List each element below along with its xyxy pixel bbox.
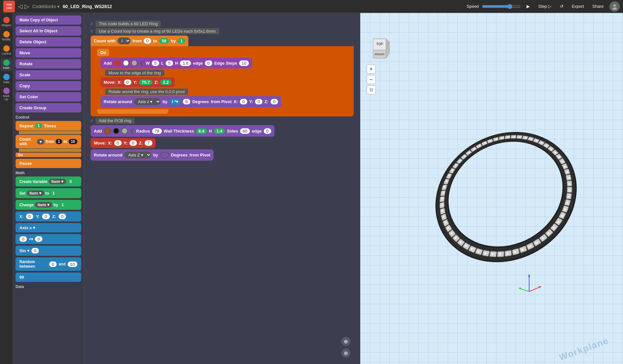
- math-section-title: Math: [16, 171, 81, 175]
- xyz-block[interactable]: X: 0 Y: 0 Z: 0: [16, 211, 81, 221]
- move2-block[interactable]: Move: X:0 Y:0 Z:7: [91, 138, 156, 148]
- share-button[interactable]: Share: [590, 3, 606, 10]
- add-led-block[interactable]: Add ❮ W 5 L 5 H 1.6 edge: [100, 58, 252, 69]
- app-title[interactable]: Codeblocks ▾: [32, 4, 60, 9]
- set-item-block[interactable]: Set Item ▾ to 1: [16, 188, 81, 198]
- create-group-block[interactable]: Create Group: [16, 103, 81, 112]
- comment-2: // Use a Count loop to create a ring of …: [91, 28, 354, 34]
- delete-object-block[interactable]: Delete Object: [16, 37, 81, 47]
- step-button[interactable]: Step ▷: [536, 3, 554, 10]
- svg-line-135: [519, 288, 529, 292]
- set-color-block[interactable]: Set Color: [16, 92, 81, 102]
- file-title: 60_LED_Ring_WS2812: [63, 4, 112, 9]
- sidebar-item-shapes[interactable]: Shapes: [1, 16, 12, 28]
- sin-block[interactable]: Sin ▾ 0: [16, 246, 81, 256]
- control-section-title: Control: [16, 115, 81, 120]
- axis-origin: [516, 272, 542, 299]
- svg-point-0: [613, 4, 616, 7]
- count-body: Do Add ❮ W 5 L 5: [91, 46, 354, 116]
- sidebar-item-control[interactable]: Control: [1, 44, 12, 57]
- count-block-palette[interactable]: Count with ▾ from 1 to 10: [16, 135, 81, 148]
- icon-sidebar: Shapes Modify Control Math Data Mark Up: [0, 13, 13, 364]
- sidebar-item-data[interactable]: Data: [1, 72, 12, 85]
- rotate2-block[interactable]: Rotate around Axis Z ▾ by Degrees from P…: [91, 149, 214, 161]
- rotate-axis-select[interactable]: Axis z ▾: [134, 98, 161, 105]
- comment-rotate: // Rotate arond the ring, use the 0,0,0 …: [100, 89, 351, 95]
- sidebar-item-modify[interactable]: Modify: [1, 30, 12, 43]
- data-section-title: Data: [16, 284, 81, 289]
- led-ring: [360, 13, 623, 364]
- topbar: TINKCAD ◁ ▷ Codeblocks ▾ 60_LED_Ring_WS2…: [0, 0, 623, 13]
- repeat-block[interactable]: Repeat 1 Times: [16, 121, 81, 131]
- count-with-block[interactable]: Count with I from 0 to 59 by 1: [91, 36, 188, 46]
- comment-move-edge: // Move to the edge of the ring: [100, 70, 351, 76]
- block-palette: Make Copy of Object Select All In Object…: [13, 13, 84, 364]
- svg-line-133: [529, 287, 540, 292]
- count-variable-select[interactable]: I: [117, 37, 130, 44]
- sidebar-item-markup[interactable]: Mark Up: [1, 86, 12, 102]
- forward-button[interactable]: ▷: [25, 3, 29, 10]
- axis-x-block[interactable]: Axis x ▾: [16, 223, 81, 232]
- change-item-block[interactable]: Change Item ▾ by 1: [16, 200, 81, 210]
- make-copy-block[interactable]: Make Copy of Object: [16, 16, 81, 25]
- logo-icon: TINKCAD: [3, 1, 15, 12]
- speed-slider[interactable]: [482, 4, 521, 9]
- speed-label: Speed: [467, 4, 479, 9]
- viewport[interactable]: TOP FRONT + − ⊡: [360, 13, 623, 364]
- export-button[interactable]: Export: [569, 3, 587, 10]
- do-block: Do: [97, 49, 109, 56]
- rotate-block-palette[interactable]: Rotate: [16, 59, 81, 69]
- move-block[interactable]: Move: X: 0 Y: 75.7 Z: 2.2: [100, 77, 175, 87]
- code-area[interactable]: // This code builds a 60 LED Ring // Use…: [84, 13, 360, 364]
- count-with-container: Count with I from 0 to 59 by 1 Do Add: [91, 36, 354, 116]
- sidebar-item-math[interactable]: Math: [1, 58, 12, 71]
- math-op-block[interactable]: 0 +▾ 0: [16, 234, 81, 244]
- add-pcb-block[interactable]: Add ❮ Radius 79 Wall Thickness 6.4 H 1.4…: [91, 125, 274, 137]
- scale-block-palette[interactable]: Scale: [16, 70, 81, 80]
- rotate2-axis-select[interactable]: Axis Z ▾: [124, 152, 151, 158]
- comment-1: // This code builds a 60 LED Ring: [91, 21, 354, 27]
- svg-marker-134: [539, 286, 541, 288]
- random-block[interactable]: Random between 0 and 10: [16, 257, 81, 271]
- svg-point-1: [612, 7, 617, 10]
- number-90-block[interactable]: 90: [16, 273, 81, 282]
- main-layout: Shapes Modify Control Math Data Mark Up …: [0, 13, 623, 364]
- move-block-palette[interactable]: Move: [16, 48, 81, 58]
- play-button[interactable]: ▶: [524, 3, 532, 10]
- pause-block-palette[interactable]: Pause: [16, 159, 81, 168]
- user-avatar: [609, 1, 620, 12]
- svg-marker-132: [528, 274, 530, 277]
- svg-point-10: [440, 124, 587, 271]
- rotate-block[interactable]: Rotate around Axis z ▾ by I *▾ 6 Degrees…: [100, 96, 281, 107]
- back-button[interactable]: ◁: [18, 3, 23, 10]
- select-all-block[interactable]: Select All In Object: [16, 26, 81, 36]
- nav-arrows: ◁ ▷: [18, 3, 29, 10]
- restart-button[interactable]: ↺: [557, 3, 566, 10]
- copy-block-palette[interactable]: Copy: [16, 81, 81, 91]
- comment-pcb: // Add the PCB ring: [91, 118, 354, 124]
- create-variable-block[interactable]: Create Variable Item ▾ 0: [16, 177, 81, 187]
